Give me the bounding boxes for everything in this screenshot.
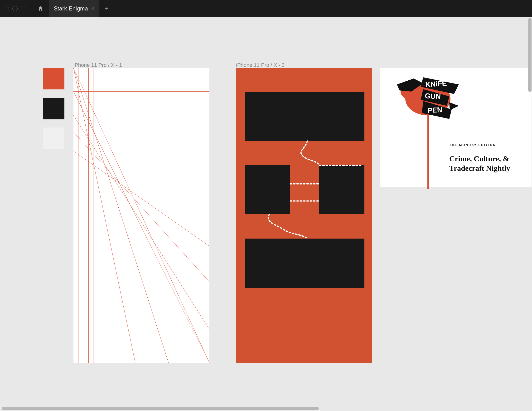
frame-label-2[interactable]: iPhone 11 Pro / X - 3 [236, 62, 285, 68]
canvas[interactable]: iPhone 11 Pro / X - 1 [0, 17, 532, 406]
horizontal-scrollbar-track[interactable] [0, 406, 532, 411]
svg-line-4 [74, 115, 209, 329]
svg-line-2 [74, 68, 135, 363]
canvas-viewport[interactable]: iPhone 11 Pro / X - 1 [0, 17, 532, 406]
svg-line-0 [74, 68, 209, 363]
grid-diagonals [74, 68, 209, 363]
svg-line-6 [74, 151, 209, 246]
maximize-window-button[interactable] [21, 6, 26, 11]
close-window-button[interactable] [4, 6, 9, 11]
svg-line-3 [74, 92, 209, 363]
color-swatch-light[interactable] [43, 127, 64, 149]
titlebar: Stark Enigma × + [0, 0, 532, 17]
svg-marker-14 [449, 102, 459, 110]
dash-icon: − [442, 143, 445, 148]
horizontal-scrollbar-thumb[interactable] [2, 407, 319, 410]
artboard-2[interactable] [236, 68, 372, 363]
tab-title: Stark Enigma [54, 5, 88, 12]
vertical-scrollbar[interactable] [528, 18, 532, 92]
logo-word-2: GUN [425, 92, 441, 101]
artboard-3-logo-card[interactable]: KNiFE GUN PEN − THE MONDAY EDITION Crime… [380, 68, 532, 187]
home-icon [37, 5, 44, 12]
edition-label: THE MONDAY EDITION [449, 143, 496, 147]
svg-line-1 [74, 68, 169, 363]
headline: Crime, Culture, & Tradecraft Nightly [449, 154, 510, 173]
home-button[interactable] [36, 4, 45, 13]
frame-label-1[interactable]: iPhone 11 Pro / X - 1 [74, 62, 122, 68]
connector-top [236, 68, 372, 363]
new-tab-button[interactable]: + [105, 5, 109, 12]
logo-word-3: PEN [428, 106, 442, 114]
close-tab-button[interactable]: × [91, 6, 94, 11]
tab-active[interactable]: Stark Enigma × [49, 0, 99, 17]
artboard-1[interactable] [74, 68, 209, 363]
minimize-window-button[interactable] [12, 6, 18, 11]
window-controls [4, 6, 26, 11]
svg-rect-9 [428, 113, 429, 189]
color-swatch-accent[interactable] [43, 68, 64, 89]
logo-word-1: KNiFE [425, 79, 447, 88]
color-swatch-dark[interactable] [43, 98, 64, 119]
svg-line-5 [74, 132, 209, 282]
headline-line-1: Crime, Culture, & [449, 154, 509, 163]
headline-line-2: Tradecraft Nightly [449, 164, 510, 172]
